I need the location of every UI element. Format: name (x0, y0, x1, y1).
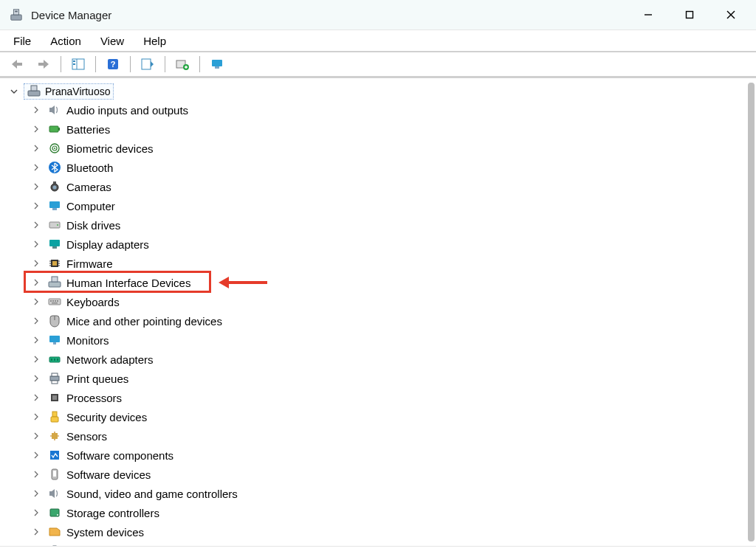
chevron-right-icon[interactable] (30, 372, 43, 385)
svg-rect-4 (687, 12, 693, 18)
window-controls (628, 0, 752, 30)
tree-node-label: Firmware (65, 258, 113, 269)
tree-node[interactable]: Human Interface Devices (28, 273, 753, 292)
tree-node[interactable]: Firmware (28, 254, 753, 273)
device-tree[interactable]: PranaVirtuoso Audio inputs and outputs B… (0, 78, 756, 546)
action-button[interactable] (137, 55, 159, 74)
tree-node[interactable]: Storage controllers (28, 503, 753, 522)
chevron-right-icon[interactable] (30, 161, 43, 174)
chevron-right-icon[interactable] (30, 314, 43, 328)
svg-rect-18 (212, 60, 222, 66)
chevron-right-icon[interactable] (30, 180, 43, 193)
tree-node[interactable]: Processors (28, 388, 753, 407)
help-button[interactable]: ? (102, 55, 124, 74)
svg-rect-0 (11, 15, 21, 20)
chevron-right-icon[interactable] (30, 391, 43, 404)
tree-node[interactable]: Disk drives (28, 215, 753, 235)
svg-rect-62 (52, 381, 58, 384)
tree-node[interactable]: Monitors (28, 330, 753, 350)
tree-node[interactable]: Security devices (28, 407, 753, 426)
cpu-icon (47, 390, 62, 405)
minimize-button[interactable] (628, 0, 669, 30)
tree-node[interactable]: Bluetooth (28, 158, 753, 177)
tree-node[interactable]: Universal Serial Bus controllers (28, 541, 753, 546)
chevron-right-icon[interactable] (30, 525, 43, 539)
title-bar: Device Manager (0, 0, 756, 30)
svg-rect-11 (73, 60, 75, 62)
close-button[interactable] (710, 0, 752, 30)
chevron-right-icon[interactable] (30, 199, 43, 212)
chevron-right-icon[interactable] (30, 218, 43, 232)
tree-node-label: Processors (65, 392, 122, 404)
chevron-right-icon[interactable] (30, 122, 43, 136)
svg-point-26 (54, 148, 55, 149)
svg-rect-12 (73, 63, 75, 65)
chevron-right-icon[interactable] (30, 276, 43, 289)
back-button[interactable] (6, 55, 28, 74)
tree-node[interactable]: Biometric devices (28, 139, 753, 158)
menu-file[interactable]: File (10, 32, 34, 49)
toolbar-separator (165, 56, 165, 72)
tree-node[interactable]: Computer (28, 196, 753, 215)
tree-node[interactable]: Display adapters (28, 235, 753, 254)
chevron-right-icon[interactable] (30, 468, 43, 481)
disk-icon (47, 218, 62, 232)
tree-node-label: Cameras (65, 181, 111, 193)
tree-node[interactable]: Sound, video and game controllers (28, 484, 753, 503)
chevron-right-icon[interactable] (30, 142, 43, 155)
svg-rect-8 (38, 63, 44, 66)
computer-icon (27, 85, 41, 98)
chevron-right-icon[interactable] (30, 410, 43, 423)
chevron-right-icon[interactable] (30, 333, 43, 347)
forward-button[interactable] (32, 55, 55, 74)
tree-node[interactable]: System devices (28, 522, 753, 541)
tree-node[interactable]: Software devices (28, 465, 753, 484)
content-area: PranaVirtuoso Audio inputs and outputs B… (0, 77, 756, 546)
tree-node[interactable]: Audio inputs and outputs (28, 100, 753, 120)
chip-icon (47, 256, 62, 271)
tree-node[interactable]: Keyboards (28, 292, 753, 311)
tree-node[interactable]: Network adapters (28, 350, 753, 369)
tree-node[interactable]: Sensors (28, 426, 753, 446)
maximize-button[interactable] (669, 0, 710, 30)
chevron-right-icon[interactable] (30, 238, 43, 251)
chevron-right-icon[interactable] (30, 353, 43, 366)
menu-help[interactable]: Help (140, 32, 169, 49)
menu-action[interactable]: Action (47, 32, 84, 49)
chevron-right-icon[interactable] (30, 544, 43, 546)
chevron-right-icon[interactable] (30, 429, 43, 443)
svg-rect-48 (50, 300, 52, 302)
tree-node[interactable]: Batteries (28, 120, 753, 139)
show-hide-console-tree-button[interactable] (67, 55, 89, 74)
chevron-down-icon[interactable] (7, 85, 21, 98)
menu-view[interactable]: View (97, 32, 127, 49)
tree-node-label: Software devices (65, 469, 151, 480)
biometric-icon (47, 141, 62, 156)
chevron-right-icon[interactable] (30, 506, 43, 519)
tree-node[interactable]: Mice and other pointing devices (28, 311, 753, 330)
tree-root[interactable]: PranaVirtuoso (7, 83, 753, 100)
tree-node[interactable]: Cameras (28, 177, 753, 196)
camera-icon (47, 179, 62, 194)
chevron-right-icon[interactable] (30, 487, 43, 500)
storage-icon (47, 505, 62, 520)
devices-and-printers-button[interactable] (206, 55, 228, 74)
chevron-right-icon[interactable] (30, 295, 43, 308)
tree-children: Audio inputs and outputs Batteries Biome… (7, 100, 753, 546)
chevron-right-icon[interactable] (30, 103, 43, 117)
network-icon (47, 352, 62, 367)
scan-hardware-button[interactable] (171, 55, 193, 74)
vertical-scrollbar[interactable] (748, 83, 755, 541)
chevron-right-icon[interactable] (30, 257, 43, 270)
printer-icon (47, 371, 62, 386)
svg-rect-15 (142, 59, 151, 69)
svg-rect-59 (57, 359, 58, 361)
svg-rect-31 (49, 201, 60, 208)
tree-node[interactable]: Software components (28, 446, 753, 465)
tree-node-label: Batteries (65, 124, 110, 135)
sensor-icon (47, 429, 62, 443)
mouse-icon (47, 314, 62, 328)
svg-rect-32 (52, 208, 57, 210)
tree-node[interactable]: Print queues (28, 369, 753, 388)
chevron-right-icon[interactable] (30, 449, 43, 462)
